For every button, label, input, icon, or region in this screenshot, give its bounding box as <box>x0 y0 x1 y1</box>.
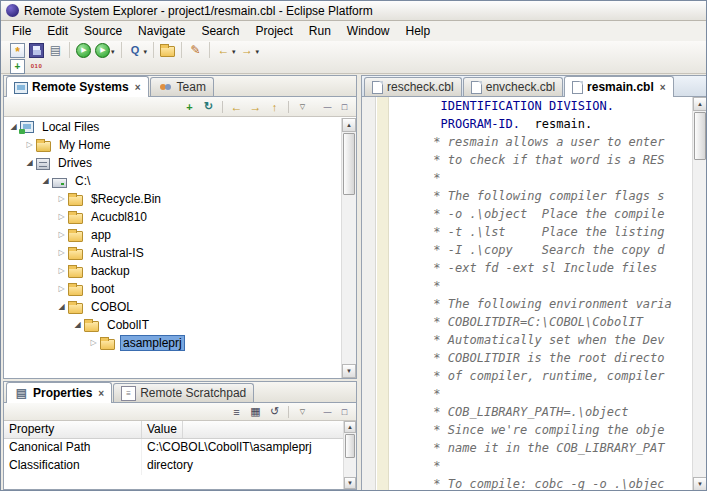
tree-item-local-files[interactable]: Local Files <box>4 118 356 136</box>
twistie-icon[interactable] <box>55 262 68 280</box>
tree-item-cobolit[interactable]: CobolIT <box>4 316 356 334</box>
menu-file[interactable]: File <box>4 22 39 40</box>
up-mini-icon <box>267 99 282 114</box>
twistie-icon[interactable] <box>55 244 68 262</box>
categories-button[interactable] <box>228 404 245 419</box>
scroll-up-icon[interactable] <box>693 97 707 111</box>
run-history-button[interactable] <box>93 42 117 58</box>
up-mini-button[interactable] <box>266 99 283 114</box>
menu-project[interactable]: Project <box>247 22 300 40</box>
tab-envcheck-cbl[interactable]: envcheck.cbl <box>463 77 563 96</box>
scroll-down-icon[interactable] <box>344 477 356 489</box>
search-menu-button[interactable] <box>126 42 150 58</box>
tree-item-my-home[interactable]: My Home <box>4 136 356 154</box>
tree-item-recycle-bin[interactable]: $Recycle.Bin <box>4 190 356 208</box>
back-mini-button[interactable] <box>228 99 245 114</box>
menu-run[interactable]: Run <box>301 22 339 40</box>
refresh-button[interactable] <box>200 99 217 114</box>
run-button[interactable] <box>74 42 93 58</box>
menu-help[interactable]: Help <box>398 22 439 40</box>
view-menu-button[interactable] <box>294 404 311 419</box>
twistie-icon[interactable] <box>23 154 36 172</box>
menu-source[interactable]: Source <box>76 22 130 40</box>
twistie-icon[interactable] <box>55 190 68 208</box>
properties-icon <box>14 386 29 401</box>
props-scrollbar[interactable] <box>343 421 356 489</box>
tree-item-cobol[interactable]: COBOL <box>4 298 356 316</box>
view-menu-button[interactable] <box>294 99 311 114</box>
rse-scrollbar[interactable] <box>341 118 356 378</box>
filter-button[interactable] <box>247 404 264 419</box>
mark-occurrences-button[interactable] <box>186 42 205 58</box>
tab-rescheck-cbl[interactable]: rescheck.cbl <box>364 77 462 96</box>
forward-button[interactable] <box>238 42 262 58</box>
code-area[interactable]: IDENTIFICATION DIVISION. PROGRAM-ID. res… <box>390 97 692 491</box>
tree-item-boot[interactable]: boot <box>4 280 356 298</box>
tree-item-austral-is[interactable]: Austral-IS <box>4 244 356 262</box>
scroll-down-icon[interactable] <box>342 364 356 378</box>
minimize-button[interactable] <box>319 99 336 114</box>
twistie-icon[interactable] <box>55 298 68 316</box>
twistie-icon[interactable] <box>23 136 36 154</box>
minimize-icon <box>320 99 335 114</box>
tree-item-backup[interactable]: backup <box>4 262 356 280</box>
restore-button[interactable] <box>266 404 283 419</box>
open-folder-button[interactable] <box>158 42 177 58</box>
menu-navigate[interactable]: Navigate <box>130 22 193 40</box>
tree-item-drives[interactable]: Drives <box>4 154 356 172</box>
run-icon <box>76 43 91 58</box>
editor-scrollbar[interactable] <box>692 97 707 491</box>
tab-remote-scratchpad[interactable]: Remote Scratchpad <box>113 383 254 402</box>
new-connection-button[interactable] <box>181 99 198 114</box>
tree-item-asampleprj[interactable]: asampleprj <box>4 334 356 352</box>
column-header-property[interactable]: Property <box>4 421 142 438</box>
twistie-icon[interactable] <box>39 172 52 190</box>
tree-item-acucbl810[interactable]: Acucbl810 <box>4 208 356 226</box>
menu-search[interactable]: Search <box>193 22 247 40</box>
new-window-button[interactable] <box>8 58 27 74</box>
menu-bar: FileEditSourceNavigateSearchProjectRunWi… <box>1 21 706 41</box>
print-button[interactable] <box>46 42 65 58</box>
scrollbar-thumb[interactable] <box>343 133 355 195</box>
comment-text: * Automatically set when the Dev <box>390 333 665 347</box>
dropdown-caret-icon <box>231 43 236 57</box>
toolbar-group <box>4 42 69 58</box>
forward-mini-button[interactable] <box>247 99 264 114</box>
back-button[interactable] <box>214 42 238 58</box>
close-icon[interactable] <box>658 80 666 94</box>
maximize-button[interactable] <box>336 99 353 114</box>
folder-icon <box>68 249 83 260</box>
table-row[interactable]: Classificationdirectory <box>4 457 356 475</box>
table-row[interactable]: Canonical PathC:\COBOL\CobolIT\asamplepr… <box>4 439 356 457</box>
binary-010-button[interactable] <box>27 58 46 74</box>
column-header-value[interactable]: Value <box>142 421 183 438</box>
code-line: * to check if that word is a RES <box>390 151 692 169</box>
twistie-icon[interactable] <box>55 280 68 298</box>
tree-item-app[interactable]: app <box>4 226 356 244</box>
maximize-button[interactable] <box>336 404 353 419</box>
scroll-down-icon[interactable] <box>693 477 707 491</box>
tab-properties[interactable]: Properties <box>6 382 112 403</box>
scrollbar-thumb[interactable] <box>345 434 355 458</box>
minimize-button[interactable] <box>319 404 336 419</box>
twistie-icon[interactable] <box>71 316 84 334</box>
scrollbar-thumb[interactable] <box>694 112 706 160</box>
tab-team[interactable]: Team <box>150 77 214 96</box>
rse-tree[interactable]: Local FilesMy HomeDrivesC:\$Recycle.BinA… <box>4 118 356 378</box>
annotation-ruler[interactable] <box>362 97 376 491</box>
tab-resmain-cbl[interactable]: resmain.cbl <box>564 76 674 97</box>
tab-remote-systems[interactable]: Remote Systems <box>6 76 149 97</box>
menu-edit[interactable]: Edit <box>39 22 76 40</box>
twistie-icon[interactable] <box>87 334 100 352</box>
code-line: * COBOLITDIR=C:\COBOL\CobolIT <box>390 313 692 331</box>
close-icon[interactable] <box>133 80 141 94</box>
close-icon[interactable] <box>96 386 104 400</box>
twistie-icon[interactable] <box>55 226 68 244</box>
scroll-up-icon[interactable] <box>344 421 356 433</box>
scroll-up-icon[interactable] <box>342 118 356 132</box>
new-wizard-button[interactable] <box>8 42 27 58</box>
twistie-icon[interactable] <box>55 208 68 226</box>
menu-window[interactable]: Window <box>339 22 398 40</box>
save-button[interactable] <box>27 42 46 58</box>
tree-item-c[interactable]: C:\ <box>4 172 356 190</box>
